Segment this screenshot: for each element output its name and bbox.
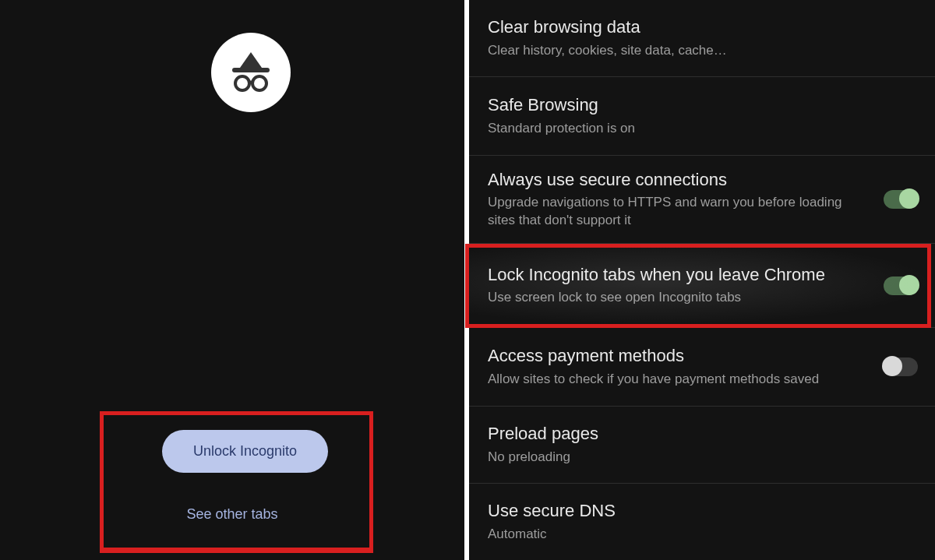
setting-secure-dns[interactable]: Use secure DNS Automatic [469,484,935,560]
setting-lock-incognito-tabs[interactable]: Lock Incognito tabs when you leave Chrom… [469,244,935,328]
setting-title: Preload pages [488,423,862,445]
setting-subtitle: Upgrade navigations to HTTPS and warn yo… [488,194,862,230]
setting-title: Lock Incognito tabs when you leave Chrom… [488,264,862,286]
toggle-payment-methods[interactable] [884,357,918,376]
svg-point-2 [252,76,266,90]
svg-rect-0 [232,68,270,72]
setting-subtitle: Automatic [488,526,862,544]
setting-preload-pages[interactable]: Preload pages No preloading [469,407,935,484]
see-other-tabs-link[interactable]: See other tabs [0,506,464,523]
setting-title: Access payment methods [488,345,862,367]
svg-point-1 [235,76,249,90]
setting-title: Clear browsing data [488,16,862,38]
setting-access-payment-methods[interactable]: Access payment methods Allow sites to ch… [469,328,935,407]
setting-subtitle: Allow sites to check if you have payment… [488,371,862,389]
incognito-hat-glasses-icon [226,48,276,97]
setting-subtitle: Standard protection is on [488,120,862,138]
setting-subtitle: No preloading [488,449,862,467]
setting-subtitle: Clear history, cookies, site data, cache… [488,42,862,60]
toggle-always-secure[interactable] [884,190,918,209]
setting-safe-browsing[interactable]: Safe Browsing Standard protection is on [469,77,935,156]
unlock-incognito-label: Unlock Incognito [193,443,297,460]
setting-clear-browsing-data[interactable]: Clear browsing data Clear history, cooki… [469,0,935,77]
setting-subtitle: Use screen lock to see open Incognito ta… [488,289,862,307]
setting-title: Use secure DNS [488,500,862,522]
privacy-settings-list: Clear browsing data Clear history, cooki… [469,0,935,560]
toggle-lock-incognito[interactable] [884,276,918,295]
incognito-icon [211,33,291,112]
incognito-locked-screen: Unlock Incognito See other tabs [0,0,464,560]
setting-title: Always use secure connections [488,169,862,191]
setting-always-secure-connections[interactable]: Always use secure connections Upgrade na… [469,156,935,244]
see-other-tabs-label: See other tabs [186,506,277,522]
unlock-incognito-button[interactable]: Unlock Incognito [162,430,328,473]
setting-title: Safe Browsing [488,94,862,116]
